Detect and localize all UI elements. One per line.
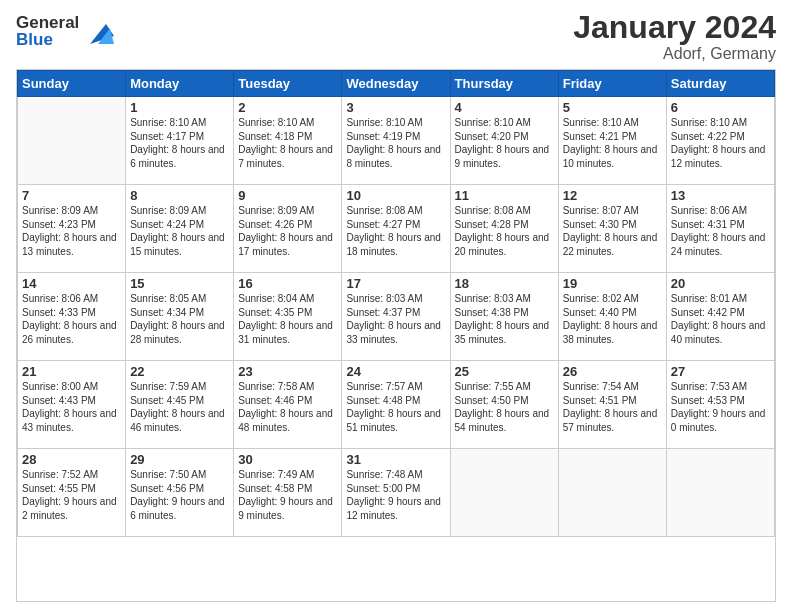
day-number: 23 xyxy=(238,364,337,379)
day-number: 14 xyxy=(22,276,121,291)
day-number: 1 xyxy=(130,100,229,115)
day-number: 26 xyxy=(563,364,662,379)
cell-text: Sunrise: 7:54 AMSunset: 4:51 PMDaylight:… xyxy=(563,381,658,433)
calendar-cell: 14Sunrise: 8:06 AMSunset: 4:33 PMDayligh… xyxy=(18,273,126,361)
day-number: 13 xyxy=(671,188,770,203)
day-number: 10 xyxy=(346,188,445,203)
calendar-cell: 18Sunrise: 8:03 AMSunset: 4:38 PMDayligh… xyxy=(450,273,558,361)
day-number: 5 xyxy=(563,100,662,115)
calendar-cell: 29Sunrise: 7:50 AMSunset: 4:56 PMDayligh… xyxy=(126,449,234,537)
calendar-week-row: 14Sunrise: 8:06 AMSunset: 4:33 PMDayligh… xyxy=(18,273,775,361)
cell-text: Sunrise: 8:09 AMSunset: 4:23 PMDaylight:… xyxy=(22,205,117,257)
day-number: 19 xyxy=(563,276,662,291)
calendar-cell: 25Sunrise: 7:55 AMSunset: 4:50 PMDayligh… xyxy=(450,361,558,449)
cell-text: Sunrise: 8:10 AMSunset: 4:20 PMDaylight:… xyxy=(455,117,550,169)
cell-text: Sunrise: 8:04 AMSunset: 4:35 PMDaylight:… xyxy=(238,293,333,345)
calendar: SundayMondayTuesdayWednesdayThursdayFrid… xyxy=(16,69,776,602)
title-block: January 2024 Adorf, Germany xyxy=(573,10,776,63)
calendar-cell: 8Sunrise: 8:09 AMSunset: 4:24 PMDaylight… xyxy=(126,185,234,273)
cell-text: Sunrise: 8:03 AMSunset: 4:37 PMDaylight:… xyxy=(346,293,441,345)
day-number: 31 xyxy=(346,452,445,467)
page: General Blue January 2024 Adorf, Germany… xyxy=(0,0,792,612)
cell-text: Sunrise: 8:10 AMSunset: 4:18 PMDaylight:… xyxy=(238,117,333,169)
calendar-week-row: 1Sunrise: 8:10 AMSunset: 4:17 PMDaylight… xyxy=(18,97,775,185)
month-title: January 2024 xyxy=(573,10,776,45)
cell-text: Sunrise: 7:55 AMSunset: 4:50 PMDaylight:… xyxy=(455,381,550,433)
cell-text: Sunrise: 7:58 AMSunset: 4:46 PMDaylight:… xyxy=(238,381,333,433)
weekday-header: Saturday xyxy=(666,71,774,97)
logo-text: General Blue xyxy=(16,14,79,48)
calendar-cell: 7Sunrise: 8:09 AMSunset: 4:23 PMDaylight… xyxy=(18,185,126,273)
location: Adorf, Germany xyxy=(573,45,776,63)
calendar-cell: 26Sunrise: 7:54 AMSunset: 4:51 PMDayligh… xyxy=(558,361,666,449)
cell-text: Sunrise: 8:09 AMSunset: 4:24 PMDaylight:… xyxy=(130,205,225,257)
day-number: 21 xyxy=(22,364,121,379)
calendar-cell: 9Sunrise: 8:09 AMSunset: 4:26 PMDaylight… xyxy=(234,185,342,273)
cell-text: Sunrise: 7:49 AMSunset: 4:58 PMDaylight:… xyxy=(238,469,333,521)
day-number: 17 xyxy=(346,276,445,291)
day-number: 12 xyxy=(563,188,662,203)
cell-text: Sunrise: 8:02 AMSunset: 4:40 PMDaylight:… xyxy=(563,293,658,345)
calendar-header: SundayMondayTuesdayWednesdayThursdayFrid… xyxy=(18,71,775,97)
logo-blue: Blue xyxy=(16,31,79,48)
calendar-cell xyxy=(666,449,774,537)
calendar-week-row: 28Sunrise: 7:52 AMSunset: 4:55 PMDayligh… xyxy=(18,449,775,537)
calendar-cell: 3Sunrise: 8:10 AMSunset: 4:19 PMDaylight… xyxy=(342,97,450,185)
weekday-header: Thursday xyxy=(450,71,558,97)
day-number: 29 xyxy=(130,452,229,467)
calendar-cell: 27Sunrise: 7:53 AMSunset: 4:53 PMDayligh… xyxy=(666,361,774,449)
weekday-header: Wednesday xyxy=(342,71,450,97)
cell-text: Sunrise: 8:03 AMSunset: 4:38 PMDaylight:… xyxy=(455,293,550,345)
day-number: 16 xyxy=(238,276,337,291)
cell-text: Sunrise: 8:08 AMSunset: 4:27 PMDaylight:… xyxy=(346,205,441,257)
logo: General Blue xyxy=(16,14,114,48)
day-number: 7 xyxy=(22,188,121,203)
cell-text: Sunrise: 7:57 AMSunset: 4:48 PMDaylight:… xyxy=(346,381,441,433)
day-number: 4 xyxy=(455,100,554,115)
weekday-header: Tuesday xyxy=(234,71,342,97)
cell-text: Sunrise: 8:09 AMSunset: 4:26 PMDaylight:… xyxy=(238,205,333,257)
cell-text: Sunrise: 7:50 AMSunset: 4:56 PMDaylight:… xyxy=(130,469,225,521)
day-number: 28 xyxy=(22,452,121,467)
calendar-cell xyxy=(18,97,126,185)
logo-icon xyxy=(82,16,114,48)
day-number: 22 xyxy=(130,364,229,379)
cell-text: Sunrise: 7:59 AMSunset: 4:45 PMDaylight:… xyxy=(130,381,225,433)
calendar-cell: 24Sunrise: 7:57 AMSunset: 4:48 PMDayligh… xyxy=(342,361,450,449)
calendar-cell: 21Sunrise: 8:00 AMSunset: 4:43 PMDayligh… xyxy=(18,361,126,449)
header: General Blue January 2024 Adorf, Germany xyxy=(16,10,776,63)
calendar-cell: 28Sunrise: 7:52 AMSunset: 4:55 PMDayligh… xyxy=(18,449,126,537)
weekday-header: Sunday xyxy=(18,71,126,97)
weekday-header: Monday xyxy=(126,71,234,97)
calendar-cell: 5Sunrise: 8:10 AMSunset: 4:21 PMDaylight… xyxy=(558,97,666,185)
calendar-cell xyxy=(450,449,558,537)
cell-text: Sunrise: 7:52 AMSunset: 4:55 PMDaylight:… xyxy=(22,469,117,521)
calendar-cell: 4Sunrise: 8:10 AMSunset: 4:20 PMDaylight… xyxy=(450,97,558,185)
day-number: 3 xyxy=(346,100,445,115)
calendar-cell: 11Sunrise: 8:08 AMSunset: 4:28 PMDayligh… xyxy=(450,185,558,273)
day-number: 18 xyxy=(455,276,554,291)
day-number: 8 xyxy=(130,188,229,203)
cell-text: Sunrise: 8:08 AMSunset: 4:28 PMDaylight:… xyxy=(455,205,550,257)
cell-text: Sunrise: 7:48 AMSunset: 5:00 PMDaylight:… xyxy=(346,469,441,521)
day-number: 6 xyxy=(671,100,770,115)
calendar-cell: 6Sunrise: 8:10 AMSunset: 4:22 PMDaylight… xyxy=(666,97,774,185)
calendar-cell: 30Sunrise: 7:49 AMSunset: 4:58 PMDayligh… xyxy=(234,449,342,537)
day-number: 11 xyxy=(455,188,554,203)
calendar-cell xyxy=(558,449,666,537)
cell-text: Sunrise: 8:01 AMSunset: 4:42 PMDaylight:… xyxy=(671,293,766,345)
calendar-cell: 20Sunrise: 8:01 AMSunset: 4:42 PMDayligh… xyxy=(666,273,774,361)
weekday-header: Friday xyxy=(558,71,666,97)
cell-text: Sunrise: 8:10 AMSunset: 4:21 PMDaylight:… xyxy=(563,117,658,169)
cell-text: Sunrise: 7:53 AMSunset: 4:53 PMDaylight:… xyxy=(671,381,766,433)
cell-text: Sunrise: 8:05 AMSunset: 4:34 PMDaylight:… xyxy=(130,293,225,345)
day-number: 15 xyxy=(130,276,229,291)
cell-text: Sunrise: 8:00 AMSunset: 4:43 PMDaylight:… xyxy=(22,381,117,433)
calendar-cell: 1Sunrise: 8:10 AMSunset: 4:17 PMDaylight… xyxy=(126,97,234,185)
calendar-cell: 12Sunrise: 8:07 AMSunset: 4:30 PMDayligh… xyxy=(558,185,666,273)
day-number: 24 xyxy=(346,364,445,379)
calendar-week-row: 7Sunrise: 8:09 AMSunset: 4:23 PMDaylight… xyxy=(18,185,775,273)
day-number: 27 xyxy=(671,364,770,379)
calendar-cell: 31Sunrise: 7:48 AMSunset: 5:00 PMDayligh… xyxy=(342,449,450,537)
cell-text: Sunrise: 8:06 AMSunset: 4:31 PMDaylight:… xyxy=(671,205,766,257)
